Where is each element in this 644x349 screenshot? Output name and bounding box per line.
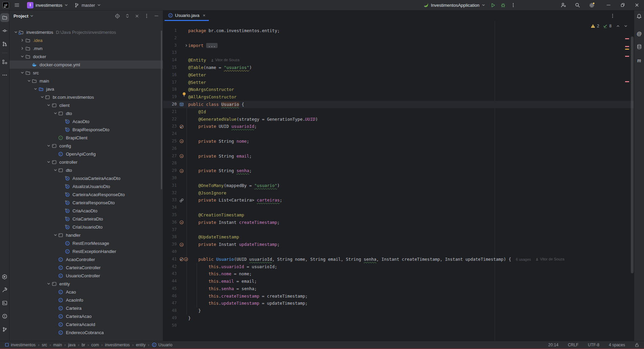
line-number[interactable]: 17: [163, 79, 179, 86]
tree-item-carteiraresponsedto[interactable]: RCarteiraResponseDto: [9, 199, 163, 207]
code-line-31[interactable]: 31@OneToMany(mappedBy = "usuario"): [163, 182, 634, 189]
line-number[interactable]: 40: [163, 248, 179, 256]
tree-chevron-icon[interactable]: [39, 95, 45, 99]
line-number[interactable]: 41: [163, 256, 179, 263]
code-text[interactable]: public Usuario(UUID usuarioId, String no…: [188, 256, 634, 263]
code-line-39[interactable]: 39aprivate Instant updateTimestamp;: [163, 241, 634, 248]
code-text[interactable]: @UpdateTimestamp: [188, 233, 634, 241]
code-line-37[interactable]: 37: [163, 226, 634, 234]
tree-item-criaacaodto[interactable]: RCriaAcaoDto: [9, 207, 163, 215]
tree-item-handler[interactable]: handler: [9, 231, 163, 239]
tree-chevron-icon[interactable]: [46, 144, 52, 148]
code-with-me-button[interactable]: [558, 1, 568, 9]
code-text[interactable]: private List<Carteira> carteiras;: [188, 196, 634, 204]
tree-item--mvn[interactable]: .mvn: [9, 44, 163, 52]
chevron-down-icon[interactable]: [30, 14, 34, 18]
code-line-14[interactable]: 14@EntityVitor de Souza: [163, 56, 634, 64]
line-number[interactable]: 18: [163, 86, 179, 93]
activitybar-commit-button[interactable]: [0, 26, 9, 35]
line-number[interactable]: 19: [163, 93, 179, 101]
tree-chevron-icon[interactable]: [26, 79, 32, 83]
breadcrumb-item-src[interactable]: src: [42, 343, 47, 347]
tree-item-brapiresponsedto[interactable]: RBrapiResponseDto: [9, 125, 163, 134]
code-text[interactable]: package br.com.investimentos.entity;: [188, 27, 634, 34]
activitybar-structure-button[interactable]: [0, 57, 9, 66]
breadcrumb-item-investimentos[interactable]: investimentos: [5, 343, 35, 347]
close-button[interactable]: [630, 0, 644, 10]
code-text[interactable]: [188, 174, 634, 182]
code-line-1[interactable]: 1package br.com.investimentos.entity;: [163, 27, 634, 34]
editor-scrollbar[interactable]: [631, 37, 634, 273]
code-line-42[interactable]: 42this.usuarioId = usuarioId;: [163, 263, 634, 271]
code-line-3[interactable]: 3import ...: [163, 42, 634, 49]
code-line-26[interactable]: 26: [163, 145, 634, 153]
line-number[interactable]: 23: [163, 123, 179, 130]
tree-item-restexceptionhandler[interactable]: CRestExceptionHandler: [9, 247, 163, 255]
tree-item-enderecocobranca[interactable]: CEnderecoCobranca: [9, 328, 163, 336]
debug-button[interactable]: [498, 1, 508, 9]
line-number[interactable]: 47: [163, 300, 179, 307]
code-line-27[interactable]: 27aprivate String email;: [163, 153, 634, 160]
code-line-44[interactable]: 44this.email = email;: [163, 278, 634, 285]
attr-gutter-icon[interactable]: a: [179, 169, 184, 173]
code-text[interactable]: }: [188, 315, 634, 322]
code-line-28[interactable]: 28: [163, 160, 634, 167]
activitybar-project-button[interactable]: [0, 13, 9, 22]
tree-item-docker-compose-yml[interactable]: docker-compose.yml: [9, 61, 163, 69]
attr-gutter-icon[interactable]: a: [179, 139, 184, 143]
code-line-50[interactable]: 50: [163, 322, 634, 329]
activitybar-version-control-button[interactable]: [0, 325, 9, 334]
attr-gutter-icon[interactable]: a: [184, 257, 188, 261]
code-text[interactable]: @CreationTimestamp: [188, 211, 634, 219]
notifications-icon[interactable]: [636, 14, 642, 19]
code-text[interactable]: }: [188, 307, 634, 315]
line-number[interactable]: 33: [163, 196, 179, 204]
code-text[interactable]: @NoArgsConstructor: [188, 86, 634, 93]
line-number[interactable]: 39: [163, 241, 179, 248]
code-text[interactable]: @Id: [188, 108, 634, 116]
tree-chevron-icon[interactable]: [52, 168, 58, 172]
activitybar-pull-requests-button[interactable]: [0, 40, 9, 48]
tree-item-acao[interactable]: CAcao: [9, 288, 163, 296]
code-line-32[interactable]: 32@JsonIgnore: [163, 189, 634, 197]
tree-item-usuariocontroller[interactable]: CUsuarioController: [9, 272, 163, 280]
tree-item-carteiraacaoresponsedto[interactable]: RCarteiraAcaoResponseDto: [9, 190, 163, 199]
line-number[interactable]: 26: [163, 145, 179, 153]
code-line-13[interactable]: 13: [163, 49, 634, 56]
vcs-branch-widget[interactable]: master: [72, 1, 103, 9]
tab-close-icon[interactable]: ×: [203, 13, 205, 18]
tab-options-icon[interactable]: [610, 14, 615, 18]
code-text[interactable]: @EntityVitor de Souza: [188, 56, 634, 64]
line-number[interactable]: 31: [163, 182, 179, 189]
line-number[interactable]: 50: [163, 322, 179, 329]
lock-open-icon[interactable]: [635, 343, 639, 347]
line-number[interactable]: 35: [163, 211, 179, 219]
code-text[interactable]: @Table(name = "usuarios"): [188, 64, 634, 71]
code-text[interactable]: this.senha = senha;: [188, 285, 634, 293]
tree-chevron-icon[interactable]: [20, 54, 25, 59]
code-line-45[interactable]: 45this.senha = senha;: [163, 285, 634, 293]
status-item-utf-8[interactable]: UTF-8: [588, 343, 599, 347]
inspections-widget[interactable]: 2 8: [591, 24, 628, 28]
code-line-19[interactable]: 19@AllArgsConstructor: [163, 93, 634, 101]
line-number[interactable]: 30: [163, 174, 179, 182]
code-text[interactable]: private Instant updateTimestamp;: [188, 241, 634, 248]
tree-chevron-icon[interactable]: [52, 233, 58, 237]
key-gutter-icon[interactable]: [179, 257, 184, 261]
code-text[interactable]: import ...: [188, 42, 634, 49]
code-text[interactable]: [188, 160, 634, 167]
code-line-17[interactable]: 17@Setter: [163, 79, 634, 86]
status-item-crlf[interactable]: CRLF: [568, 343, 578, 347]
code-line-35[interactable]: 35@CreationTimestamp: [163, 211, 634, 219]
attr-gutter-icon[interactable]: a: [179, 220, 184, 225]
line-number[interactable]: 20: [163, 101, 179, 108]
breadcrumb-item-investimentos[interactable]: investimentos: [105, 343, 130, 347]
author-inlay[interactable]: Vitor de Souza: [211, 56, 240, 64]
code-line-29[interactable]: 29aprivate String senha;: [163, 167, 634, 174]
main-menu-button[interactable]: [12, 1, 22, 9]
breadcrumb-item-entity[interactable]: entity: [136, 343, 146, 347]
line-number[interactable]: 16: [163, 71, 179, 79]
tree-chevron-icon[interactable]: [20, 71, 25, 75]
stripe-mark[interactable]: [625, 46, 629, 47]
line-number[interactable]: 2: [163, 34, 179, 42]
